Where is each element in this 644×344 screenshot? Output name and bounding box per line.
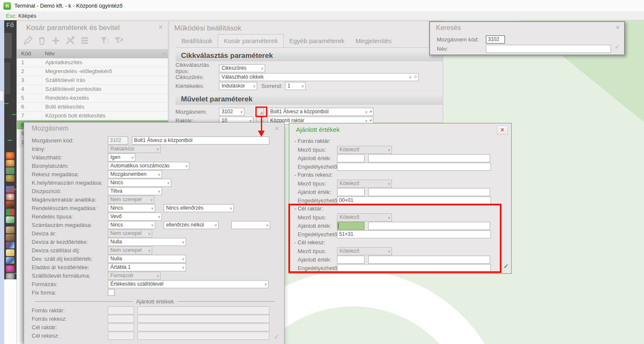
sidebar-app-icon[interactable]	[6, 227, 14, 233]
dropdown-value: Kötelező	[340, 180, 359, 186]
suggested-name-input[interactable]	[368, 154, 490, 162]
sidebar-app-icon[interactable]	[6, 194, 14, 200]
sidebar-app-icon[interactable]	[6, 249, 14, 256]
order-dropdown[interactable]: 1	[285, 82, 306, 90]
target-bin-code-input[interactable]	[108, 332, 134, 340]
target-bin-name-input[interactable]	[137, 332, 269, 340]
target-warehouse-code-input[interactable]	[108, 323, 134, 331]
suggested-close-icon[interactable]: ×	[497, 126, 508, 135]
bin-definition-dropdown[interactable]: Mozgásnemben	[108, 170, 162, 178]
sidebar-app-icon[interactable]	[6, 265, 14, 272]
search-confirm-icon[interactable]: ✓	[614, 43, 620, 51]
customs-analytics-dropdown[interactable]: Nem szerepel	[108, 196, 154, 204]
search-close-icon[interactable]: ×	[615, 24, 620, 31]
sidebar-app-icon[interactable]	[6, 160, 14, 167]
target-warehouse-name-input[interactable]	[137, 323, 269, 331]
movement-confirm-icon[interactable]: ✓	[274, 333, 279, 341]
table-row[interactable]: 1Ajánlatkészítés	[17, 58, 168, 67]
article-type-dropdown[interactable]: Cikkszűrés	[219, 64, 265, 72]
sidebar-app-icon[interactable]	[6, 209, 14, 216]
movement-close-icon[interactable]: ×	[274, 125, 279, 132]
sidebar-app-icon[interactable]	[6, 242, 14, 248]
table-row[interactable]: 7Központi bolt értékesítés	[17, 112, 168, 120]
movement-name-input[interactable]: Bolt1 Átvesz a központból	[132, 137, 269, 145]
movement-code-input[interactable]: 3102	[108, 137, 128, 145]
source-bin-name-input[interactable]	[137, 315, 269, 323]
source-warehouse-name-input[interactable]	[137, 306, 269, 314]
fix-form-checkbox[interactable]	[108, 289, 115, 296]
filter-icon[interactable]	[99, 35, 110, 46]
table-row[interactable]: 6Bolti értékesítés	[17, 103, 168, 112]
search-code-input[interactable]: 3102	[486, 35, 505, 44]
delete-icon[interactable]	[37, 35, 47, 46]
source-bin-code-input[interactable]	[108, 315, 134, 323]
field-type-dropdown[interactable]: Kötelező	[337, 180, 392, 188]
suggested-code-input[interactable]	[337, 188, 364, 196]
evaluation-dropdown[interactable]: Induláskor	[219, 82, 257, 90]
field-type-dropdown[interactable]: Kötelező	[337, 146, 392, 154]
field-label: Forrás raktár:	[32, 307, 108, 314]
filter-off-icon[interactable]	[113, 35, 123, 46]
suggested-code-input[interactable]	[337, 154, 364, 162]
order-check-dropdown[interactable]: Nincs ellenőrzés	[164, 204, 234, 212]
suggested-confirm-icon[interactable]: ✓	[503, 262, 509, 270]
movement-name-dropdown[interactable]: Bolt1 Átvesz a központból	[268, 108, 373, 116]
esc-shortcut-label[interactable]: Esc:	[6, 13, 16, 19]
field-label: Formázás:	[32, 281, 108, 287]
sidebar-app-icon[interactable]	[6, 152, 14, 159]
panel-collapse-handle[interactable]	[0, 91, 3, 101]
sidebar-app-icon[interactable]	[6, 216, 14, 223]
sidebar-app-icon[interactable]	[6, 234, 14, 241]
order-number-dropdown[interactable]: Nincs	[108, 204, 155, 212]
sidebar-app-icon[interactable]	[6, 175, 14, 182]
selectable-dropdown[interactable]: Igen	[108, 153, 135, 161]
currency-price-dropdown[interactable]: Nem szerepel	[108, 229, 152, 238]
suggested-name-input[interactable]	[368, 188, 490, 196]
menu-icon[interactable]	[79, 35, 90, 46]
sidebar-app-icon[interactable]	[6, 273, 14, 280]
basket-panel-close-icon[interactable]: ×	[158, 24, 163, 30]
movement-code-dropdown[interactable]: 3102	[219, 108, 244, 116]
add-icon[interactable]	[51, 35, 61, 46]
tab-kosar-parameterek[interactable]: Kosár paraméterek	[218, 34, 284, 47]
document-number-dropdown[interactable]: Automatikus sorszámozás	[108, 162, 189, 170]
invoice-extra-dropdown[interactable]	[231, 221, 270, 229]
tab-megjelenites[interactable]: Megjelenítés	[350, 35, 397, 47]
allowed-input[interactable]: 00+01	[337, 197, 491, 205]
search-name-input[interactable]	[486, 45, 611, 53]
table-row[interactable]: 3Szállítólevél írás	[17, 76, 168, 85]
exit-menu-item[interactable]: Kilépés	[18, 13, 36, 19]
table-row[interactable]: 4Szállítólevél pontosítás	[17, 85, 168, 94]
sidebar-app-icon[interactable]	[6, 186, 14, 193]
currency-shipping-dropdown[interactable]: Nem szerepel	[108, 246, 152, 254]
sidebar-app-icon[interactable]	[6, 257, 14, 264]
order-type-dropdown[interactable]: Vevő	[108, 213, 162, 221]
allowed-input[interactable]	[337, 163, 491, 171]
tab-beallitasok[interactable]: Beállítások	[176, 35, 218, 47]
direction-dropdown[interactable]: Raktárközi	[108, 145, 161, 153]
invoice-check-dropdown[interactable]: ellenőrzés nélkül	[164, 221, 219, 229]
sidebar-app-icon[interactable]	[6, 201, 14, 208]
scroll-up-icon[interactable]: ^	[163, 50, 165, 59]
field-label: Deviza ár:	[32, 230, 108, 237]
currency-price-init-dropdown[interactable]: Nulla	[108, 238, 186, 246]
article-filter-dropdown[interactable]: Választható cikkek=	[219, 73, 419, 81]
equals-icon[interactable]: =	[414, 74, 417, 81]
table-row[interactable]: 5Rendelés-kezelés	[17, 94, 168, 103]
sales-price-init-dropdown[interactable]: Ártábla 1	[108, 263, 186, 271]
column-header-code[interactable]: Kód	[17, 49, 41, 58]
currency-shipping-init-dropdown[interactable]: Nulla	[108, 255, 186, 263]
delivery-note-format-dropdown[interactable]: Formázott	[108, 272, 161, 280]
table-row[interactable]: 2Megrendelés -előlegbekérő	[17, 67, 168, 76]
sidebar-app-icon[interactable]	[6, 167, 14, 174]
column-header-name[interactable]: Név	[41, 49, 55, 58]
invoice-number-dropdown[interactable]: Nincs	[108, 221, 155, 229]
edit-icon[interactable]	[23, 35, 33, 46]
basket-table-header: Kód Név ^	[17, 49, 168, 58]
tab-egyeb-parameterek[interactable]: Egyéb paraméterek	[284, 35, 350, 47]
tools-icon[interactable]	[65, 35, 76, 46]
costcenter-dropdown[interactable]: Nincs	[108, 179, 171, 187]
formatting-dropdown[interactable]: Értékesítés szállítólevél	[108, 280, 269, 288]
disposition-dropdown[interactable]: Tiltva	[108, 187, 162, 195]
source-warehouse-code-input[interactable]	[108, 306, 134, 314]
